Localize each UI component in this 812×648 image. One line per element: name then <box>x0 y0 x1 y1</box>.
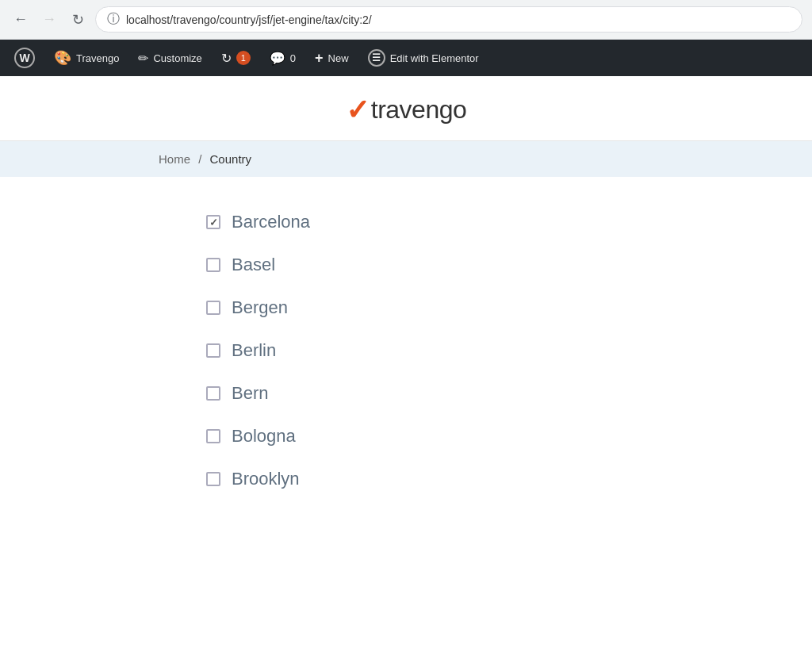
wp-logo-icon: W <box>14 48 35 68</box>
elementor-icon: ☰ <box>368 49 385 67</box>
updates-badge: 1 <box>236 51 251 65</box>
updates-item[interactable]: ↻ 1 <box>213 40 259 76</box>
forward-button[interactable]: → <box>38 9 60 31</box>
logo-text: travengo <box>371 95 467 125</box>
wp-admin-bar: W 🎨 Travengo ✏ Customize ↻ 1 💬 0 + New ☰… <box>0 40 812 76</box>
city-checkbox-berlin[interactable] <box>206 343 220 358</box>
elementor-item[interactable]: ☰ Edit with Elementor <box>360 40 487 76</box>
city-checkbox-basel[interactable] <box>206 258 220 272</box>
palette-icon: 🎨 <box>54 49 71 67</box>
url-text: localhost/travengo/country/jsf/jet-engin… <box>126 13 372 26</box>
back-button[interactable]: ← <box>10 9 32 31</box>
logo-check: ✓ <box>346 96 370 125</box>
city-item-bologna[interactable]: Bologna <box>206 415 812 458</box>
city-checkbox-bergen[interactable] <box>206 301 220 315</box>
customize-item[interactable]: ✏ Customize <box>130 40 209 76</box>
breadcrumb-current: Country <box>210 152 252 166</box>
city-item-barcelona[interactable]: Barcelona <box>206 201 812 243</box>
city-checkbox-barcelona[interactable] <box>206 215 220 229</box>
logo[interactable]: ✓ travengo <box>346 95 467 125</box>
city-label-brooklyn: Brooklyn <box>232 469 300 489</box>
elementor-label: Edit with Elementor <box>390 52 479 64</box>
refresh-icon: ↻ <box>221 51 232 66</box>
travengo-label: Travengo <box>76 52 119 64</box>
comments-item[interactable]: 💬 0 <box>262 40 304 76</box>
city-label-bergen: Bergen <box>232 297 288 318</box>
browser-nav: ← → ↻ ⓘ localhost/travengo/country/jsf/j… <box>0 0 812 39</box>
city-list: BarcelonaBaselBergenBerlinBernBolognaBro… <box>206 201 812 500</box>
travengo-item[interactable]: 🎨 Travengo <box>46 40 127 76</box>
pen-icon: ✏ <box>138 51 148 66</box>
wp-logo-item[interactable]: W <box>6 40 43 76</box>
city-checkbox-bologna[interactable] <box>206 429 220 443</box>
comments-count: 0 <box>290 52 296 64</box>
city-item-berlin[interactable]: Berlin <box>206 329 812 372</box>
comment-icon: 💬 <box>270 51 285 66</box>
city-item-bergen[interactable]: Bergen <box>206 286 812 329</box>
customize-label: Customize <box>153 52 201 64</box>
city-label-bern: Bern <box>232 383 268 404</box>
city-label-basel: Basel <box>232 255 275 275</box>
reload-button[interactable]: ↻ <box>67 9 89 31</box>
city-item-brooklyn[interactable]: Brooklyn <box>206 458 812 500</box>
security-icon: ⓘ <box>107 11 120 28</box>
city-checkbox-bern[interactable] <box>206 386 220 401</box>
breadcrumb-separator: / <box>198 152 201 166</box>
city-label-berlin: Berlin <box>232 340 276 361</box>
plus-icon: + <box>315 50 324 67</box>
city-item-bern[interactable]: Bern <box>206 372 812 415</box>
city-item-basel[interactable]: Basel <box>206 243 812 286</box>
browser-chrome: ← → ↻ ⓘ localhost/travengo/country/jsf/j… <box>0 0 812 40</box>
city-label-barcelona: Barcelona <box>232 212 310 232</box>
breadcrumb-home-link[interactable]: Home <box>159 152 190 166</box>
city-checkbox-brooklyn[interactable] <box>206 472 220 486</box>
new-label: New <box>328 52 349 64</box>
address-bar[interactable]: ⓘ localhost/travengo/country/jsf/jet-eng… <box>95 6 802 33</box>
city-label-bologna: Bologna <box>232 426 296 447</box>
breadcrumb: Home / Country <box>0 141 812 177</box>
new-item[interactable]: + New <box>307 40 357 76</box>
main-content: BarcelonaBaselBergenBerlinBernBolognaBro… <box>0 177 812 524</box>
site-header: ✓ travengo <box>0 76 812 141</box>
